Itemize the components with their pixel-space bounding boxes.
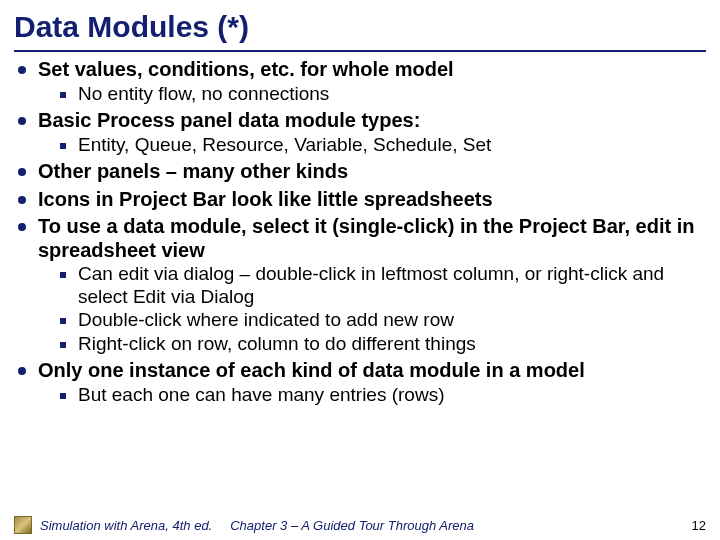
bullet-l2: Entity, Queue, Resource, Variable, Sched…: [60, 134, 702, 156]
disc-bullet-icon: [18, 168, 26, 176]
bullet-l1: Other panels – many other kinds: [18, 160, 702, 184]
bullet-text: Double-click where indicated to add new …: [78, 309, 702, 331]
footer-chapter: Chapter 3 – A Guided Tour Through Arena: [230, 518, 691, 533]
bullet-text: No entity flow, no connections: [78, 83, 702, 105]
bullet-l1: Only one instance of each kind of data m…: [18, 359, 702, 383]
disc-bullet-icon: [18, 223, 26, 231]
slide: Data Modules (*) Set values, conditions,…: [0, 0, 720, 540]
bullet-text: Other panels – many other kinds: [38, 160, 702, 184]
bullet-text: To use a data module, select it (single-…: [38, 215, 702, 262]
bullet-text: But each one can have many entries (rows…: [78, 384, 702, 406]
bullet-l2: Double-click where indicated to add new …: [60, 309, 702, 331]
slide-content: Set values, conditions, etc. for whole m…: [0, 58, 720, 406]
bullet-text: Only one instance of each kind of data m…: [38, 359, 702, 383]
square-bullet-icon: [60, 393, 66, 399]
title-rule: [14, 50, 706, 52]
square-bullet-icon: [60, 143, 66, 149]
bullet-text: Right-click on row, column to do differe…: [78, 333, 702, 355]
bullet-text: Can edit via dialog – double-click in le…: [78, 263, 702, 308]
bullet-l2: Can edit via dialog – double-click in le…: [60, 263, 702, 308]
footer-page-number: 12: [692, 518, 706, 533]
bullet-l1: Icons in Project Bar look like little sp…: [18, 188, 702, 212]
disc-bullet-icon: [18, 367, 26, 375]
disc-bullet-icon: [18, 117, 26, 125]
disc-bullet-icon: [18, 66, 26, 74]
slide-title: Data Modules (*): [0, 0, 720, 48]
bullet-l2: No entity flow, no connections: [60, 83, 702, 105]
disc-bullet-icon: [18, 196, 26, 204]
bullet-text: Basic Process panel data module types:: [38, 109, 702, 133]
square-bullet-icon: [60, 342, 66, 348]
bullet-text: Entity, Queue, Resource, Variable, Sched…: [78, 134, 702, 156]
slide-footer: Simulation with Arena, 4th ed. Chapter 3…: [0, 516, 720, 534]
square-bullet-icon: [60, 92, 66, 98]
bullet-l2: But each one can have many entries (rows…: [60, 384, 702, 406]
square-bullet-icon: [60, 318, 66, 324]
bullet-l1: To use a data module, select it (single-…: [18, 215, 702, 262]
bullet-l1: Set values, conditions, etc. for whole m…: [18, 58, 702, 82]
square-bullet-icon: [60, 272, 66, 278]
bullet-text: Icons in Project Bar look like little sp…: [38, 188, 702, 212]
footer-book: Simulation with Arena, 4th ed.: [40, 518, 212, 533]
book-icon: [14, 516, 32, 534]
bullet-l2: Right-click on row, column to do differe…: [60, 333, 702, 355]
bullet-text: Set values, conditions, etc. for whole m…: [38, 58, 702, 82]
bullet-l1: Basic Process panel data module types:: [18, 109, 702, 133]
